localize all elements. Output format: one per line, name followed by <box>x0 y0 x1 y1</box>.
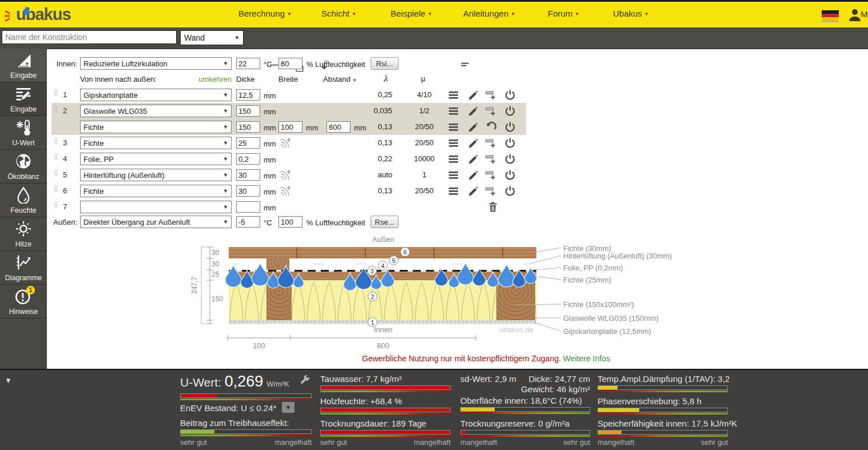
abstand-header[interactable]: Abstand ▼ <box>323 75 357 83</box>
toggle-layer-icon[interactable] <box>504 153 516 165</box>
sidebar-item-eingabe-zeichnen[interactable]: Eingabe <box>0 49 47 82</box>
construction-name-input[interactable] <box>2 30 177 44</box>
breite-input[interactable] <box>278 121 302 133</box>
material-select[interactable]: Folie, PP▼ <box>80 153 232 165</box>
nav-beispiele[interactable]: Beispiele▼ <box>391 9 432 18</box>
sidebar-item-diagramme[interactable]: Diagramme <box>0 251 47 285</box>
layer-menu-icon[interactable] <box>448 185 459 197</box>
innen-temperature-input[interactable] <box>236 58 260 69</box>
drag-handle-icon[interactable]: ⣿ <box>54 170 58 175</box>
result-bar-track <box>598 385 728 390</box>
result-metric-bar <box>320 430 451 437</box>
language-flag-icon[interactable] <box>822 10 839 22</box>
rotate-layer-icon[interactable] <box>485 121 496 133</box>
reverse-link[interactable]: umkehren <box>169 75 232 83</box>
dicke-input[interactable] <box>236 185 260 197</box>
dicke-input[interactable] <box>236 137 260 149</box>
edit-layer-icon[interactable] <box>468 137 479 149</box>
layer-menu-icon[interactable] <box>448 169 459 181</box>
toggle-layer-icon[interactable] <box>504 105 516 117</box>
toggle-layer-icon[interactable] <box>504 89 516 101</box>
material-select[interactable]: Gipskartonplatte▼ <box>80 89 232 101</box>
rse-button[interactable]: Rse... <box>371 216 399 228</box>
aussen-humidity-input[interactable] <box>278 216 302 228</box>
add-wood-beam-icon[interactable] <box>279 169 292 181</box>
nav-ubakus[interactable]: Ubakus▼ <box>613 9 649 18</box>
dicke-input[interactable] <box>236 121 260 133</box>
drag-handle-icon[interactable]: ⣿ <box>54 90 58 95</box>
edit-layer-icon[interactable] <box>468 105 479 117</box>
sidebar-item-feuchte[interactable]: Feuchte <box>0 184 47 217</box>
nav-berechnung[interactable]: Berechnung▼ <box>238 9 292 18</box>
material-select[interactable]: Fichte▼ <box>80 121 232 133</box>
add-wood-beam-icon[interactable] <box>279 137 292 149</box>
material-select[interactable]: Fichte▼ <box>80 185 232 197</box>
drag-handle-icon[interactable]: ⣿ <box>54 154 58 159</box>
add-layer-icon[interactable] <box>485 153 496 165</box>
aussen-temperature-input[interactable] <box>236 216 260 228</box>
toggle-layer-icon[interactable] <box>504 121 516 133</box>
sidebar-item-oekobilanz[interactable]: Ökobilanz <box>0 150 47 184</box>
collapse-results-button[interactable]: ▼ <box>5 376 12 385</box>
nav-anleitungen[interactable]: Anleitungen▼ <box>463 9 515 18</box>
add-layer-icon[interactable] <box>485 89 496 101</box>
drag-handle-icon[interactable]: ⣿ <box>54 186 58 191</box>
dicke-input[interactable] <box>236 201 260 213</box>
result-bar-track <box>320 385 451 390</box>
material-select[interactable]: Fichte▼ <box>80 137 232 149</box>
toggle-layer-icon[interactable] <box>504 169 516 181</box>
edit-layer-icon[interactable] <box>468 121 479 133</box>
toggle-layer-icon[interactable] <box>504 137 516 149</box>
edit-layer-icon[interactable] <box>468 153 479 165</box>
material-select[interactable]: Glaswolle WLG035▼ <box>80 105 232 117</box>
dicke-input[interactable] <box>236 169 260 181</box>
wrench-icon[interactable] <box>299 375 310 386</box>
paint-icon[interactable] <box>432 58 447 73</box>
add-wood-beam-icon[interactable] <box>279 185 292 197</box>
innen-condition-select[interactable]: Reduzierte Luftzirkulation▼ <box>80 57 232 70</box>
sun-icon <box>15 220 32 237</box>
add-layer-icon[interactable] <box>485 137 496 149</box>
logo[interactable]: ubakus <box>3 4 78 26</box>
uwert-value: U-Wert: 0,269 W/m²K <box>180 373 289 391</box>
dicke-input[interactable] <box>236 153 260 165</box>
abstand-input[interactable] <box>327 121 351 133</box>
edit-layer-icon[interactable] <box>468 169 479 181</box>
sidebar-item-hinweise[interactable]: 1 Hinweise <box>0 285 47 318</box>
nav-forum[interactable]: Forum▼ <box>548 9 579 18</box>
innen-humidity-input[interactable] <box>278 58 302 69</box>
layer-menu-icon[interactable] <box>448 137 459 149</box>
weitere-infos-link[interactable]: Weitere Infos <box>563 354 610 363</box>
add-layer-icon[interactable] <box>485 185 496 197</box>
fullscreen-icon[interactable] <box>408 58 423 73</box>
edit-layer-icon[interactable] <box>468 89 479 101</box>
toggle-layer-icon[interactable] <box>504 185 516 197</box>
material-select[interactable]: Hinterlüftung (Außenluft)▼ <box>80 169 232 181</box>
edit-layer-icon[interactable] <box>468 185 479 197</box>
layer-menu-icon[interactable] <box>448 105 459 117</box>
layer-row-sub2: Fichte▼mmmmmm0,1320/50 <box>51 119 526 135</box>
material-select[interactable]: ▼ <box>80 201 232 213</box>
nav-schicht[interactable]: Schicht▼ <box>321 9 356 18</box>
delete-layer-icon[interactable] <box>487 201 499 213</box>
sidebar-item-uwert[interactable]: U-Wert <box>0 116 47 150</box>
dicke-input[interactable] <box>236 105 260 117</box>
rsi-button[interactable]: Rsi... <box>371 57 399 70</box>
layer-menu-icon[interactable] <box>448 89 459 101</box>
drag-handle-icon[interactable]: ⣿ <box>54 138 58 143</box>
drag-handle-icon[interactable]: ⣿ <box>54 202 58 207</box>
layer-menu-icon[interactable] <box>448 153 459 165</box>
feedback-icon[interactable] <box>457 58 472 73</box>
sidebar-item-eingabe-liste[interactable]: Eingabe <box>0 82 47 116</box>
layer-menu-icon[interactable] <box>448 121 459 133</box>
enev-dropdown-button[interactable]: ▼ <box>282 402 294 413</box>
construction-type-select[interactable]: Wand▼ <box>180 30 244 45</box>
drag-handle-icon[interactable]: ⣿ <box>54 106 58 111</box>
sidebar-item-hitze[interactable]: Hitze <box>0 217 47 251</box>
add-layer-icon[interactable] <box>485 105 496 117</box>
add-layer-icon[interactable] <box>485 169 496 181</box>
caret-down-icon: ▼ <box>223 156 228 162</box>
aussen-condition-select[interactable]: Direkter Übergang zur Außenluft▼ <box>80 216 232 228</box>
dicke-input[interactable] <box>236 89 260 101</box>
result-bar-scale <box>320 391 451 392</box>
